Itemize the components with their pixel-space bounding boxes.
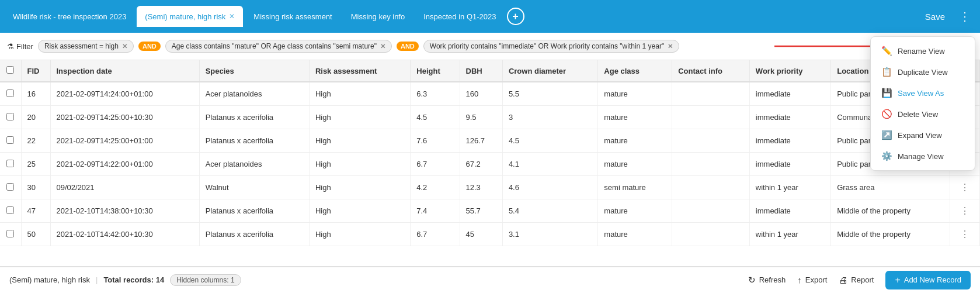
dropdown-label-save-as: Save View As	[898, 89, 944, 98]
filter-chip-work-text: Work priority contains "immediate" OR Wo…	[430, 42, 664, 50]
hidden-columns-badge[interactable]: Hidden columns: 1	[170, 274, 241, 286]
row-checkbox[interactable]	[6, 136, 14, 144]
cell-contact-info	[672, 176, 750, 199]
cell-species: Platanus x acerifolia	[199, 199, 309, 223]
dropdown-icon-save-as: 💾	[881, 88, 892, 98]
tab-missing-risk[interactable]: Missing risk assesment	[245, 6, 340, 27]
cell-crown-diameter: 4.5	[502, 129, 597, 153]
row-checkbox-cell	[0, 82, 21, 106]
dropdown-item-duplicate[interactable]: 📋 Duplicate View	[871, 61, 975, 82]
cell-inspection-date: 2021-02-09T14:25:00+01:00	[50, 129, 199, 153]
filter-button[interactable]: ⚗ Filter	[7, 42, 33, 51]
more-options-button[interactable]: ⋮	[954, 7, 975, 26]
cell-inspection-date: 2021-02-09T14:22:00+01:00	[50, 153, 199, 176]
cell-height: 4.2	[411, 176, 460, 199]
cell-crown-diameter: 3.1	[502, 223, 597, 246]
cell-risk-assessment: High	[309, 106, 410, 129]
cell-crown-diameter: 4.1	[502, 153, 597, 176]
tab-semi-mature-close[interactable]: ✕	[229, 12, 235, 20]
row-checkbox[interactable]	[6, 113, 14, 120]
row-checkbox-cell	[0, 129, 21, 153]
cell-location-description: Middle of the property	[831, 223, 950, 246]
row-checkbox[interactable]	[6, 230, 14, 237]
cell-contact-info	[672, 223, 750, 246]
filter-chip-age-close[interactable]: ✕	[380, 43, 385, 50]
cell-inspection-date: 09/02/2021	[50, 176, 199, 199]
cell-species: Acer platanoides	[199, 82, 309, 106]
cell-risk-assessment: High	[309, 82, 410, 106]
cell-fid: 50	[21, 223, 50, 246]
filter-chip-work: Work priority contains "immediate" OR Wo…	[423, 40, 679, 53]
cell-age-class: mature	[598, 129, 672, 153]
footer-left: (Semi) mature, high risk | Total records…	[9, 274, 241, 286]
tab-missing-risk-label: Missing risk assesment	[253, 12, 332, 21]
cell-height: 6.7	[411, 223, 460, 246]
col-header-risk-assessment: Risk assessment	[309, 60, 410, 82]
filter-icon: ⚗	[7, 42, 14, 51]
filter-bar: ⚗ Filter Risk assessment = high ✕ AND Ag…	[0, 33, 980, 60]
add-new-record-button[interactable]: + Add New Record	[885, 271, 971, 289]
cell-dbh: 12.3	[460, 176, 502, 199]
cell-work-priority: immediate	[749, 82, 830, 106]
dropdown-icon-rename: ✏️	[881, 46, 892, 56]
report-button[interactable]: 🖨 Report	[839, 275, 874, 285]
refresh-label: Refresh	[759, 275, 786, 284]
filter-chip-work-close[interactable]: ✕	[668, 43, 673, 50]
row-menu-button[interactable]: ⋮	[950, 199, 980, 223]
cell-inspection-date: 2021-02-09T14:25:00+10:30	[50, 106, 199, 129]
cell-risk-assessment: High	[309, 153, 410, 176]
row-checkbox[interactable]	[6, 206, 14, 214]
cell-location-description: Grass area	[831, 176, 950, 199]
dropdown-item-save-as[interactable]: 💾 Save View As	[871, 82, 975, 104]
add-tab-button[interactable]: +	[507, 8, 524, 25]
dropdown-item-manage[interactable]: ⚙️ Manage View	[871, 146, 975, 167]
cell-species: Platanus x acerifolia	[199, 106, 309, 129]
cell-dbh: 160	[460, 82, 502, 106]
table-row: 50 2021-02-10T14:42:00+10:30 Platanus x …	[0, 223, 980, 246]
select-all-checkbox[interactable]	[6, 66, 14, 74]
dropdown-item-delete[interactable]: 🚫 Delete View	[871, 104, 975, 125]
cell-work-priority: immediate	[749, 129, 830, 153]
tab-wildlife[interactable]: Wildlife risk - tree inspection 2023	[5, 6, 134, 27]
table-row: 16 2021-02-09T14:24:00+01:00 Acer platan…	[0, 82, 980, 106]
report-label: Report	[851, 275, 874, 284]
table-row: 47 2021-02-10T14:38:00+10:30 Platanus x …	[0, 199, 980, 223]
col-header-fid: FID	[21, 60, 50, 82]
tab-missing-key-label: Missing key info	[351, 12, 405, 21]
cell-risk-assessment: High	[309, 199, 410, 223]
cell-risk-assessment: High	[309, 223, 410, 246]
cell-dbh: 126.7	[460, 129, 502, 153]
cell-crown-diameter: 3	[502, 106, 597, 129]
tab-semi-mature[interactable]: (Semi) mature, high risk ✕	[137, 6, 243, 27]
footer-total-records: Total records: 14	[103, 275, 164, 284]
cell-risk-assessment: High	[309, 176, 410, 199]
tab-inspected[interactable]: Inspected in Q1-2023	[415, 6, 504, 27]
export-button[interactable]: ↑ Export	[797, 275, 827, 285]
refresh-button[interactable]: ↻ Refresh	[748, 275, 786, 285]
filter-chip-risk-close[interactable]: ✕	[122, 43, 127, 50]
dropdown-item-expand[interactable]: ↗️ Expand View	[871, 125, 975, 146]
dropdown-label-delete: Delete View	[898, 110, 938, 119]
row-checkbox-cell	[0, 106, 21, 129]
dropdown-item-rename[interactable]: ✏️ Rename View	[871, 40, 975, 61]
row-menu-button[interactable]: ⋮	[950, 223, 980, 246]
cell-species: Platanus x acerifolia	[199, 223, 309, 246]
cell-fid: 47	[21, 199, 50, 223]
tab-bar: Wildlife risk - tree inspection 2023 (Se…	[0, 0, 980, 33]
tab-missing-key[interactable]: Missing key info	[343, 6, 413, 27]
cell-age-class: mature	[598, 199, 672, 223]
row-checkbox[interactable]	[6, 89, 14, 97]
row-menu-button[interactable]: ⋮	[950, 176, 980, 199]
dropdown-label-manage: Manage View	[898, 152, 944, 161]
and-badge-2: AND	[397, 42, 419, 51]
col-header-checkbox	[0, 60, 21, 82]
row-checkbox[interactable]	[6, 183, 14, 191]
cell-age-class: mature	[598, 106, 672, 129]
row-checkbox-cell	[0, 176, 21, 199]
save-button[interactable]: Save	[918, 8, 952, 25]
cell-dbh: 55.7	[460, 199, 502, 223]
cell-work-priority: immediate	[749, 106, 830, 129]
row-checkbox[interactable]	[6, 160, 14, 167]
cell-location-description: Middle of the property	[831, 199, 950, 223]
cell-age-class: mature	[598, 153, 672, 176]
